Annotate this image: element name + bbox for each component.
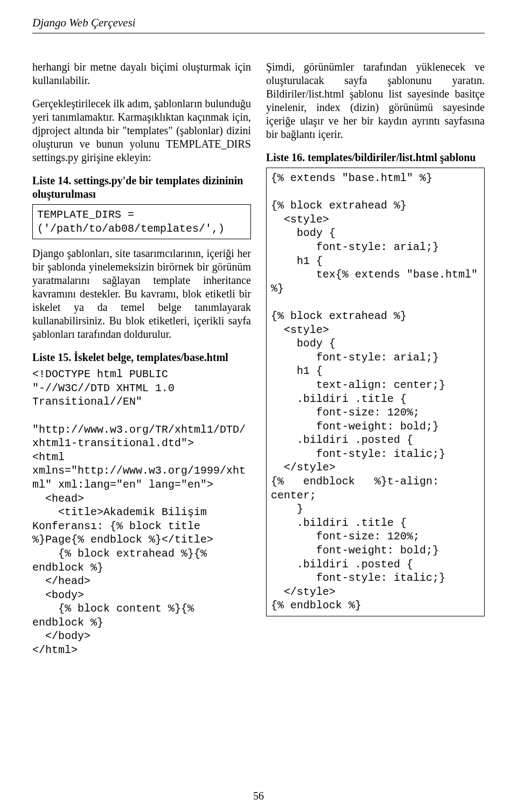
left-column: herhangi bir metne dayalı biçimi oluştur… — [32, 60, 251, 657]
body-paragraph: herhangi bir metne dayalı biçimi oluştur… — [32, 60, 251, 87]
two-column-layout: herhangi bir metne dayalı biçimi oluştur… — [32, 60, 485, 657]
right-column: Şimdi, görünümler tarafından yüklenecek … — [266, 60, 485, 657]
body-paragraph: Gerçekleştirilecek ilk adım, şablonların… — [32, 97, 251, 164]
running-header: Django Web Çerçevesi — [32, 16, 485, 30]
header-rule — [32, 33, 485, 33]
listing-14-title: Liste 14. settings.py'de bir templates d… — [32, 174, 251, 201]
code-listing-14: TEMPLATE_DIRS = ('/path/to/ab08/template… — [32, 204, 251, 239]
body-paragraph: Şimdi, görünümler tarafından yüklenecek … — [266, 60, 485, 141]
code-listing-15: <!DOCTYPE html PUBLIC "-//W3C//DTD XHTML… — [32, 367, 251, 657]
code-listing-16: {% extends "base.html" %} {% block extra… — [266, 168, 485, 616]
listing-16-title: Liste 16. templates/bildiriler/list.html… — [266, 151, 485, 164]
page-number: 56 — [253, 790, 264, 802]
listing-15-title: Liste 15. İskelet belge, templates/base.… — [32, 351, 251, 364]
body-paragraph: Django şablonları, site tasarımcılarının… — [32, 247, 251, 341]
